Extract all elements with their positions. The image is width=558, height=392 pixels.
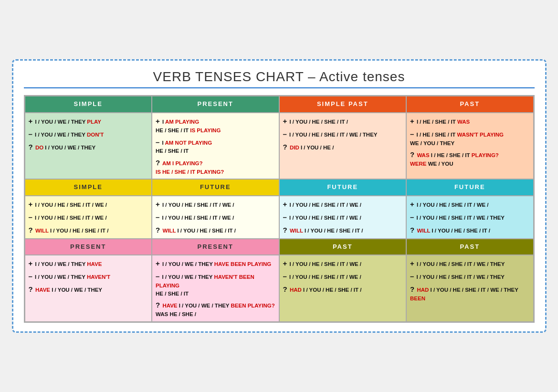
verb-tenses-chart: SIMPLE PRESENT SIMPLE PAST PAST + I / YO… <box>24 95 535 322</box>
cell-present-perf-pos: + I / YOU / WE / THEY HAVE – I / YOU / W… <box>25 255 152 321</box>
title-main: VERB TENSES CHART <box>153 69 304 84</box>
cell-simple-future-pos: + I / YOU / HE / SHE / IT / WE / – I / Y… <box>25 196 152 238</box>
header-simple-future: SIMPLE <box>25 179 152 196</box>
header-future-perf-cont: FUTURE <box>406 179 534 196</box>
page-container: VERB TENSES CHART – Active tenses SIMPLE… <box>12 59 547 332</box>
cell-future-cont: + I / YOU / HE / SHE / IT / WE / – I / Y… <box>152 196 279 238</box>
title-sub: – Active tenses <box>304 69 405 84</box>
header-simple-past: SIMPLE PAST <box>279 96 407 113</box>
header-simple-present: SIMPLE <box>25 96 152 113</box>
header-present-perf-cont: PRESENT <box>152 239 279 255</box>
header-present: PRESENT <box>152 96 279 113</box>
cell-future-perf-cont: + I / YOU / HE / SHE / IT / WE / – I / Y… <box>406 196 534 238</box>
cell-past-cont: + I / HE / SHE / IT WAS – I / HE / SHE /… <box>406 113 534 179</box>
header-past: PAST <box>406 96 534 113</box>
page-title: VERB TENSES CHART – Active tenses <box>24 69 535 88</box>
header-past-perf-cont: PAST <box>406 239 534 255</box>
cell-simple-past-pos: + I / YOU / HE / SHE / IT / – I / YOU / … <box>279 113 407 179</box>
cell-present-cont: + I AM PLAYINGHE / SHE / IT IS PLAYING –… <box>152 113 279 179</box>
header-present-perf: PRESENT <box>25 239 152 255</box>
cell-present-perf-cont: + I / YOU / WE / THEY HAVE BEEN PLAYING … <box>152 255 279 321</box>
header-future-perf: FUTURE <box>279 179 407 196</box>
cell-simple-present-pos: + I / YOU / WE / THEY PLAY – I / YOU / W… <box>25 113 152 179</box>
cell-future-perf: + I / YOU / HE / SHE / IT / WE / – I / Y… <box>279 196 407 238</box>
header-future-cont: FUTURE <box>152 179 279 196</box>
cell-past-perf-cont: + I / YOU / HE / SHE / IT / WE / THEY – … <box>406 255 534 321</box>
header-past-perf: PAST <box>279 239 407 255</box>
cell-past-perf-pos: + I / YOU / HE / SHE / IT / WE / – I / Y… <box>279 255 407 321</box>
